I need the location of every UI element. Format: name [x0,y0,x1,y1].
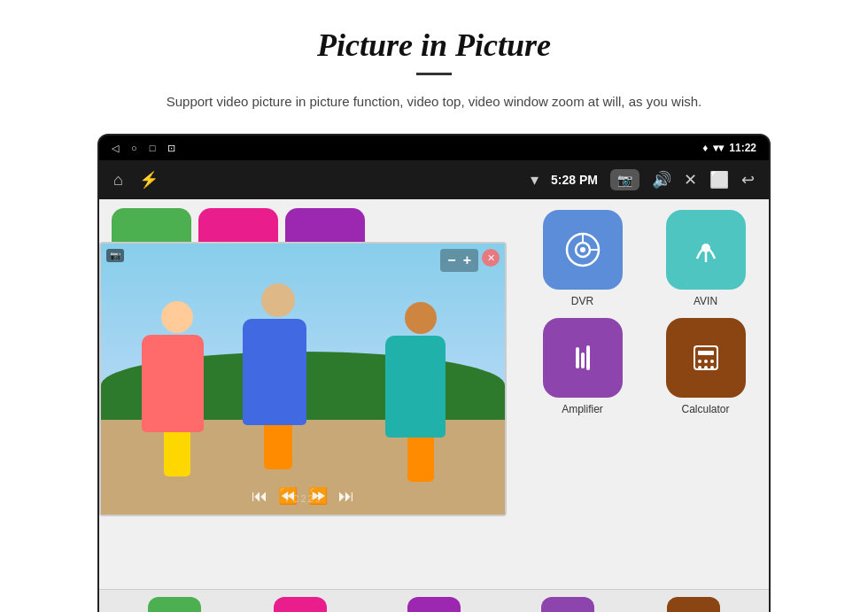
svg-point-13 [704,360,708,363]
back-nav-icon[interactable]: ◁ [112,143,119,154]
svg-point-14 [710,360,714,363]
screen-icon[interactable]: ⬜ [709,170,729,190]
status-bar: ◁ ○ □ ⊡ ♦ ▾▾ 11:22 [99,136,769,160]
bottom-app-siriusxm[interactable]: S SiriusXM [274,597,327,612]
amplifier-label: Amplifier [562,403,603,415]
action-bar-left: ⌂ ⚡ [113,170,159,190]
page-title: Picture in Picture [53,27,815,64]
video-scene [101,244,505,515]
title-divider [416,73,452,75]
netflix-bottom-icon: N [148,597,201,612]
pip-resize-controls[interactable]: − + [440,249,478,272]
svg-point-16 [704,366,708,369]
home-nav-icon[interactable]: ○ [131,143,137,153]
action-bar-right: ▾ 5:28 PM 📷 🔊 ✕ ⬜ ↩ [531,169,755,190]
watermark: YC229 [283,493,322,504]
status-bar-right: ♦ ▾▾ 11:22 [702,142,756,154]
action-bar-time: 5:28 PM [551,173,598,187]
calculator-bottom-icon [667,597,720,612]
pip-camera-indicator: 📷 [106,249,124,262]
svg-point-17 [710,366,714,369]
avin-label: AVIN [694,295,717,307]
amplifier-icon-box [543,318,623,398]
svg-point-15 [698,366,701,369]
svg-point-5 [701,244,710,252]
signal-icon: ▾▾ [713,142,724,154]
home-icon[interactable]: ⌂ [113,171,123,190]
status-time: 11:22 [729,142,756,154]
close-icon[interactable]: ✕ [684,170,697,190]
dvr-icon-box [543,210,623,290]
dvr-label: DVR [571,295,593,307]
app-calculator[interactable]: Calculator [649,318,762,415]
left-area-wrapper: 📷 − + ✕ ⏮ ⏪ ⏩ ⏭ [99,199,515,589]
pip-plus-btn[interactable]: + [463,252,471,268]
app-avin[interactable]: AVIN [649,210,762,307]
bottom-app-wheelkey[interactable]: W Wheelkey Study [399,597,469,612]
prev-btn[interactable]: ⏮ [252,487,267,506]
device-frame: ◁ ○ □ ⊡ ♦ ▾▾ 11:22 ⌂ ⚡ ▾ 5:28 PM 📷 🔊 [97,134,771,612]
app-dvr[interactable]: DVR [526,210,639,307]
volume-icon[interactable]: 🔊 [652,170,671,190]
svg-rect-9 [586,345,590,370]
calculator-label: Calculator [681,403,729,415]
avin-icon-box [666,210,746,290]
action-bar: ⌂ ⚡ ▾ 5:28 PM 📷 🔊 ✕ ⬜ ↩ [99,160,769,199]
svg-rect-8 [581,352,585,368]
app-amplifier[interactable]: Amplifier [526,318,639,415]
pip-window[interactable]: 📷 − + ✕ ⏮ ⏪ ⏩ ⏭ [99,242,507,516]
pip-close-btn[interactable]: ✕ [482,249,500,267]
main-content: 📷 − + ✕ ⏮ ⏪ ⏩ ⏭ [99,199,769,589]
right-app-grid: DVR AVIN [515,199,771,589]
svg-point-12 [698,360,701,363]
pip-video: 📷 − + ✕ ⏮ ⏪ ⏩ ⏭ [101,244,505,515]
media-icon[interactable]: ⊡ [167,143,175,154]
back-icon[interactable]: ↩ [741,170,755,190]
next-btn[interactable]: ⏭ [338,487,354,506]
page-subtitle: Support video picture in picture functio… [53,91,815,112]
recents-nav-icon[interactable]: □ [150,143,156,153]
svg-rect-7 [576,347,579,368]
pip-minus-btn[interactable]: − [447,252,455,268]
bottom-app-amplifier[interactable]: Amplifier [541,597,594,612]
siriusxm-bottom-icon: S [274,597,327,612]
page-wrapper: Picture in Picture Support video picture… [0,0,868,612]
bottom-app-calculator[interactable]: Calculator [667,597,720,612]
amplifier-bottom-icon [541,597,594,612]
svg-rect-11 [698,351,714,355]
bottom-app-netflix[interactable]: N Netflix [148,597,201,612]
wifi-status-icon: ▾ [531,170,539,190]
pip-cam-icon: 📷 [106,249,124,262]
location-icon: ♦ [702,142,708,154]
svg-point-2 [580,247,585,252]
camera-button[interactable]: 📷 [610,169,639,190]
bottom-app-labels: N Netflix S SiriusXM W Wheelkey Study [99,589,769,612]
calculator-icon-box [666,318,746,398]
status-bar-left: ◁ ○ □ ⊡ [112,143,175,154]
wheelkey-bottom-icon: W [407,597,461,612]
usb-icon[interactable]: ⚡ [139,170,159,190]
